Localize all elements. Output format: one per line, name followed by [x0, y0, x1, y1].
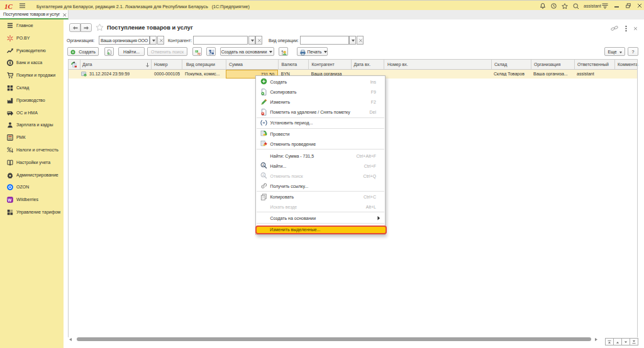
- svg-text:A: A: [262, 173, 265, 177]
- svg-text:W: W: [8, 198, 12, 202]
- svg-text:1С: 1С: [4, 3, 13, 9]
- svg-text:A: A: [262, 163, 265, 167]
- svg-text:xy: xy: [197, 52, 201, 55]
